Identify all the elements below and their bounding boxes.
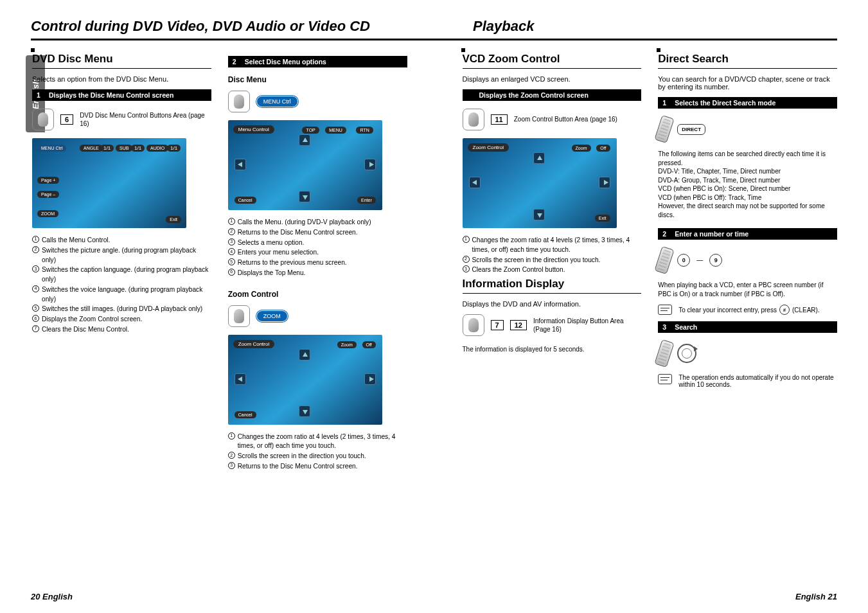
direct-para3: DVD-A: Group, Track, Time, Direct number [658, 176, 837, 185]
heading-dvd-disc-menu: DVD Disc Menu [32, 51, 211, 66]
direct-para4: VCD (when PBC is On): Scene, Direct numb… [658, 184, 837, 193]
direct-para7: When playing back a VCD, enter a PBC scr… [658, 281, 837, 298]
lead-direct-search: You can search for a DVD/VCD chapter, sc… [658, 75, 837, 91]
heading-direct-search: Direct Search [658, 51, 837, 66]
column-dvd-disc-menu: DVD Disc Menu Selects an option from the… [31, 48, 211, 472]
step-1-bar: 1 Displays the Disc Menu Control screen [32, 89, 211, 101]
remote-icon [655, 339, 675, 368]
ref-box-12: 12 [510, 320, 527, 330]
direct-button: DIRECT [677, 124, 705, 135]
step-3-direct: 3 Search [658, 321, 837, 333]
screenshot-zoom-control: Zoom Control Zoom Off Cancel [228, 335, 382, 425]
lead-info-display: Displays the DVD and AV information. [463, 300, 642, 308]
ref-text-info: Information Display Button Area (Page 16… [533, 317, 641, 334]
direct-para6: However, the direct search may not be su… [658, 202, 837, 219]
direct-para1: The following items can be searched dire… [658, 150, 837, 167]
column-direct-search: Direct Search You can search for a DVD/V… [657, 48, 837, 472]
list-zoom: 1Changes the zoom ratio at 4 levels (2 t… [228, 432, 407, 472]
list-vcd-zoom: 1Changes the zoom ratio at 4 levels (2 t… [463, 236, 642, 275]
touch-icon [32, 109, 54, 130]
ref-box-11: 11 [491, 114, 508, 125]
touch-icon [463, 109, 484, 130]
column-vcd: VCD Zoom Control Displays an enlarged VC… [461, 48, 642, 472]
chip-zoom: ZOOM [256, 310, 288, 322]
subheading-zoom-control: Zoom Control [228, 290, 407, 299]
step-2-direct: 2 Enter a number or time [658, 228, 837, 240]
chip-menu-ctrl: MENU Ctrl [256, 96, 298, 107]
list-disc-menu: 1Calls the Menu. (during DVD-V playback … [228, 218, 407, 278]
touch-icon [228, 91, 250, 112]
screenshot-vcd-zoom: Zoom Control Zoom Off Exit [463, 138, 617, 228]
ref-box-6: 6 [60, 114, 73, 125]
end-note-row: The operation ends automatically if you … [658, 374, 837, 388]
screenshot-disc-menu-control: MENU Ctrl ANGLE 1/1 SUB 1/1 AUDIO 1/1 Pa… [32, 138, 186, 228]
footer-left: 20 English [31, 592, 73, 601]
step-1-direct: 1 Selects the Direct Search mode [658, 97, 837, 109]
subheading-disc-menu: Disc Menu [228, 75, 407, 84]
list-dvd-disc-menu: 1Calls the Menu Control. 2Switches the p… [32, 236, 211, 335]
ref-text-6: DVD Disc Menu Control Buttons Area (page… [80, 111, 211, 129]
dial-icon [677, 344, 696, 363]
footer-right: English 21 [795, 592, 837, 601]
dash: — [696, 256, 703, 265]
info-note: The information is displayed for 5 secon… [463, 345, 642, 354]
remote-icon [655, 246, 675, 274]
screenshot-menu-control: Menu Control TOP MENU RTN Cancel Enter [228, 120, 382, 210]
remote-icon [655, 115, 675, 143]
note-icon [658, 305, 672, 315]
step-blank-bar-zoom: Displays the Zoom Control screen [463, 89, 642, 101]
heading-info-display: Information Display [463, 276, 642, 290]
direct-para2: DVD-V: Title, Chapter, Time, Direct numb… [658, 167, 837, 176]
direct-para5: VCD (when PBC is Off): Track, Time [658, 193, 837, 202]
ref-box-7: 7 [491, 320, 504, 330]
ref-text-11: Zoom Control Button Area (page 16) [514, 115, 617, 124]
column-disc-menu-options: 2 Select Disc Menu options Disc Menu MEN… [227, 48, 407, 472]
touch-icon [463, 314, 484, 336]
clear-note-row: To clear your incorrect entry, press # (… [658, 305, 837, 315]
page-title-left: Control during DVD Video, DVD Audio or V… [31, 18, 370, 35]
heading-vcd-zoom: VCD Zoom Control [463, 51, 642, 66]
lead-dvd-disc-menu: Selects an option from the DVD Disc Menu… [32, 75, 211, 83]
step-2-bar: 2 Select Disc Menu options [228, 56, 407, 67]
page-title-right: Playback [473, 18, 534, 35]
numkey-0: 0 [677, 254, 690, 267]
lead-vcd: Displays an enlarged VCD screen. [463, 75, 642, 83]
title-rule [31, 39, 837, 40]
touch-icon [228, 305, 250, 327]
numkey-9: 9 [709, 254, 722, 267]
clear-key-icon: # [779, 305, 790, 315]
note-icon [658, 374, 672, 384]
